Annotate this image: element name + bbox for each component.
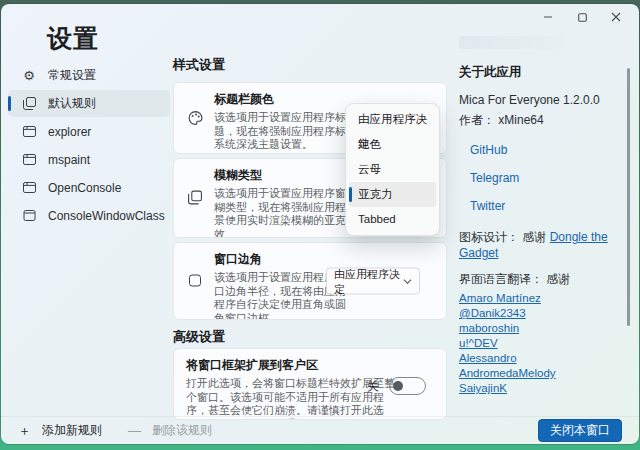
flyout-option-app-decides[interactable]: 由应用程序决定 (349, 107, 436, 132)
translator-link[interactable]: Amaro Martínez (459, 291, 623, 306)
blur-type-flyout: 由应用程序决定 纯色 云母 亚克力 Tabbed (345, 103, 440, 236)
palette-icon (187, 110, 204, 127)
github-link[interactable]: GitHub (470, 143, 623, 157)
translator-link[interactable]: maboroshin (459, 321, 623, 336)
sidebar-item-label: 默认规则 (48, 95, 96, 112)
icon-credit-line: 图标设计： 感谢 Dongle the Gadget (459, 229, 623, 260)
corner-dropdown-value: 由应用程序决定 (334, 266, 403, 296)
sidebar-item-consolewindowclass[interactable]: ConsoleWindowClass (8, 202, 170, 229)
page-title: 设置 (47, 22, 99, 55)
sidebar-item-label: OpenConsole (48, 181, 121, 195)
about-scrollbar[interactable] (627, 68, 630, 326)
sidebar-item-label: mspaint (48, 153, 90, 167)
toggle-knob (393, 381, 403, 391)
flyout-option-mica[interactable]: 云母 (349, 157, 436, 182)
window-controls (531, 6, 633, 28)
telegram-link[interactable]: Telegram (470, 171, 623, 185)
translator-link[interactable]: Alessandro (459, 351, 623, 366)
translator-link[interactable]: @Danik2343 (459, 306, 623, 321)
add-rule-label: 添加新规则 (42, 422, 102, 439)
minimize-button[interactable] (531, 6, 565, 28)
chevron-down-icon (403, 278, 412, 284)
twitter-link[interactable]: Twitter (470, 199, 623, 213)
translator-link[interactable]: AndromedaMelody (459, 366, 623, 381)
advanced-settings-header: 高级设置 (173, 328, 225, 346)
sidebar-item-label: 常规设置 (48, 67, 96, 84)
card-description: 打开此选项，会将窗口标题栏特效扩展至整个窗口。该选项可能不适用于所有应用程序，甚… (186, 377, 396, 420)
flyout-option-acrylic[interactable]: 亚克力 (349, 182, 436, 207)
sidebar-item-label: explorer (48, 125, 91, 139)
card-title: 将窗口框架扩展到客户区 (186, 357, 436, 374)
corner-icon (187, 273, 204, 290)
about-panel: 关于此应用 Mica For Everyone 1.2.0.0 作者： xMin… (459, 36, 623, 396)
watermark (459, 36, 563, 49)
gear-icon: ⚙ (21, 68, 37, 84)
maximize-button[interactable] (565, 6, 599, 28)
sidebar-item-mspaint[interactable]: mspaint (8, 146, 170, 173)
add-rule-button[interactable]: ＋ 添加新规则 (18, 422, 102, 440)
sidebar-item-general-settings[interactable]: ⚙ 常规设置 (8, 62, 170, 89)
translator-link[interactable]: u!^DEV (459, 336, 623, 351)
extend-frame-card: 将窗口框架扩展到客户区 打开此选项，会将窗口标题栏特效扩展至整个窗口。该选项可能… (173, 348, 447, 420)
toggle-state-label: 关 (367, 378, 379, 395)
footer-bar: ＋ 添加新规则 — 删除该规则 关闭本窗口 (1, 416, 639, 444)
about-header: 关于此应用 (459, 64, 623, 81)
close-icon (611, 12, 621, 22)
flyout-option-tabbed[interactable]: Tabbed (349, 207, 436, 232)
style-settings-header: 样式设置 (173, 56, 225, 74)
sidebar-item-explorer[interactable]: explorer (8, 118, 170, 145)
translator-links: Amaro Martínez @Danik2343 maboroshin u!^… (459, 291, 623, 396)
app-window-icon (21, 124, 37, 140)
sidebar: ⚙ 常规设置 默认规则 explorer mspaint OpenConso (8, 62, 170, 230)
window-corner-card: 窗口边角 该选项用于设置应用程序窗口边角半径，现在将由应用程序自行决定使用直角或… (173, 242, 447, 320)
sidebar-item-label: ConsoleWindowClass (48, 209, 165, 223)
rules-layers-icon (21, 96, 37, 112)
delete-rule-button[interactable]: — 删除该规则 (128, 422, 212, 439)
close-button[interactable] (599, 6, 633, 28)
author-line: 作者： xMine64 (459, 112, 623, 129)
corner-dropdown[interactable]: 由应用程序决定 (326, 268, 420, 295)
maximize-icon (578, 13, 587, 22)
app-window-icon (21, 152, 37, 168)
sidebar-item-openconsole[interactable]: OpenConsole (8, 174, 170, 201)
app-window: 设置 ⚙ 常规设置 默认规则 explorer mspaint (1, 4, 639, 444)
desktop: { "window": { "title": "设置", "controls":… (0, 0, 640, 450)
window-icon (21, 208, 37, 224)
extend-frame-toggle[interactable] (389, 377, 426, 395)
blur-layers-icon (187, 190, 204, 207)
minimize-icon (543, 12, 553, 22)
sidebar-item-default-rules[interactable]: 默认规则 (8, 90, 170, 117)
plus-icon: ＋ (18, 422, 31, 440)
translator-link[interactable]: SaiyajinK (459, 381, 623, 396)
delete-rule-label: 删除该规则 (152, 422, 212, 439)
minus-icon: — (128, 423, 141, 438)
close-window-button[interactable]: 关闭本窗口 (538, 419, 622, 442)
flyout-option-solid[interactable]: 纯色 (349, 132, 436, 157)
app-name-version: Mica For Everyone 1.2.0.0 (459, 93, 623, 107)
app-window-icon (21, 180, 37, 196)
icon-credit-prefix: 图标设计： 感谢 (459, 230, 550, 244)
translation-credit-line: 界面语言翻译： 感谢 (459, 271, 623, 288)
